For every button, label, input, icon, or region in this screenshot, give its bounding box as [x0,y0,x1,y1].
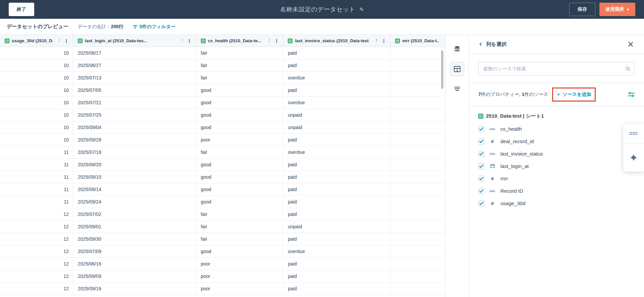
database-icon [453,46,461,53]
table-cell [390,146,445,158]
table-cell: paid [283,270,390,282]
property-name: mrr [500,176,508,181]
sort-ascending-icon[interactable]: ↑ [180,38,184,43]
table-header-row: usage_30d (2510_Data-t... ↑ ⋮ last_login… [0,35,445,47]
table-cell: 2025/07/21 [73,97,196,109]
table-cell: unpaid [283,221,390,233]
save-button[interactable]: 保存 [569,3,595,16]
property-list-item[interactable]: # deal_record_id [478,135,635,147]
table-cell: paid [283,134,390,146]
property-checkbox[interactable] [478,126,484,132]
close-icon[interactable]: × [627,40,634,48]
table-cell [390,171,445,183]
table-cell: 12 [0,270,73,282]
column-header[interactable]: mrr (2510_Data-t.. [390,35,445,47]
table-cell: paid [283,196,390,208]
table-cell [390,283,445,295]
table-row: 102025/06/17fairpaid [0,47,445,59]
row-count: データの合計：200行 [78,24,123,30]
property-list-item[interactable]: Abc last_invoice_status [478,147,635,160]
property-checkbox[interactable] [478,188,484,194]
table-cell: paid [283,59,390,71]
panel-summary-row: 7件のプロパティー, 1件のソース + ソースを追加 [469,83,644,106]
column-menu-icon[interactable]: ⋮ [381,38,387,44]
table-cell: 2025/09/16 [73,283,196,295]
usage-dropdown-button[interactable]: 使用箇所 ▾ [599,3,635,16]
property-list-item[interactable]: Abc cs_health [478,123,635,135]
table-cell: 2025/06/16 [73,258,196,270]
add-source-link[interactable]: + ソースを追加 [557,91,591,98]
column-menu-icon[interactable]: ⋮ [186,38,193,44]
filters-link[interactable]: 0件のフィルター [133,24,175,30]
text-type-icon: Abc [489,189,495,193]
property-checkbox[interactable] [478,138,484,144]
edit-columns-button[interactable] [628,92,635,98]
table-cell: 12 [0,258,73,270]
table-cell: paid [283,84,390,96]
column-header[interactable]: last_login_at (2510_Data-tes... ↑ ⋮ [73,35,196,47]
properties-count: 7 [478,92,481,97]
sources-rail-button[interactable] [450,42,464,56]
table-cell: 2025/07/18 [73,146,196,158]
back-chevron-icon[interactable]: ‹ [479,40,482,48]
table-cell: 10 [0,97,73,109]
drag-handle[interactable] [623,124,644,143]
table-cell: overdue [283,72,390,84]
table-cell: 11 [0,183,73,195]
column-header[interactable]: usage_30d (2510_Data-t... ↑ ⋮ [0,35,73,47]
table-row: 122025/09/16poorpaid [0,283,445,295]
table-cell [390,109,445,121]
table-row: 112025/09/10goodpaid [0,171,445,183]
property-list-item[interactable]: # mrr [478,172,635,185]
property-name: deal_record_id [500,138,534,144]
table-cell: poor [196,134,283,146]
filters-rail-button[interactable] [450,82,464,96]
table-cell: paid [283,159,390,171]
preview-toolbar: データセットのプレビュー データの合計：200行 0件のフィルター [0,19,644,35]
table-row: 102025/07/13fairoverdue [0,72,445,84]
columns-rail-button[interactable] [450,62,464,76]
sort-ascending-icon[interactable]: ↑ [375,38,378,43]
column-header[interactable]: last_invoice_status (2510_Data-test ... … [283,35,390,47]
property-checkbox[interactable] [478,200,484,206]
table-cell [390,208,445,220]
table-cell: 2025/09/24 [73,196,196,208]
table-cell: 11 [0,171,73,183]
sheet-icon [201,39,206,43]
text-type-icon: Abc [489,127,495,131]
column-menu-icon[interactable]: ⋮ [63,38,69,44]
table-row: 102025/07/25goodunpaid [0,109,445,121]
sort-ascending-icon[interactable]: ↑ [267,38,271,43]
property-list-item[interactable]: # usage_30d [478,197,635,210]
table-cell: good [196,183,283,195]
column-header[interactable]: cs_health (2510_Data-te... ↑ ⋮ [196,35,283,47]
sources-label: 件のソース [524,92,548,97]
usage-label: 使用箇所 [605,6,624,12]
property-list-item[interactable]: last_login_at [478,160,635,172]
search-input[interactable] [478,62,635,75]
table-row: 102025/07/05goodpaid [0,84,445,97]
column-menu-icon[interactable]: ⋮ [273,38,279,44]
dataset-preview-table: usage_30d (2510_Data-t... ↑ ⋮ last_login… [0,35,445,297]
property-checkbox[interactable] [478,176,484,182]
table-cell: 2025/09/30 [73,233,196,245]
property-name: Record ID [500,188,523,194]
copilot-button[interactable] [623,143,644,172]
property-checkbox[interactable] [478,151,484,157]
property-name: cs_health [500,126,522,132]
table-cell: overdue [283,146,390,158]
vertical-scrollbar[interactable] [441,50,443,89]
property-checkbox[interactable] [478,163,484,169]
table-cell: good [196,109,283,121]
table-cell [390,97,445,109]
edit-title-pencil-icon[interactable]: ✎ [360,6,364,13]
property-name: last_invoice_status [500,151,543,157]
table-cell: 11 [0,146,73,158]
exit-button[interactable]: 終了 [9,3,34,16]
sort-ascending-icon[interactable]: ↑ [57,38,61,43]
property-list-item[interactable]: Abc Record ID [478,185,635,197]
table-cell: good [196,171,283,183]
table-cell: 2025/06/27 [73,59,196,71]
filter-lines-icon [454,86,461,91]
table-cell: overdue [283,97,390,109]
